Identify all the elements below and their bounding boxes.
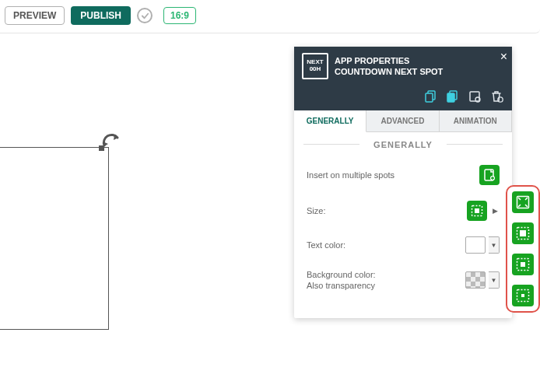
selected-region[interactable]: [0, 147, 109, 330]
paste-icon[interactable]: [445, 89, 461, 104]
settings-rows: Insert on multiple spots Size: ▶ Text co…: [294, 156, 512, 318]
svg-rect-4: [470, 92, 479, 101]
label-bg-line2: Also transparency: [307, 281, 375, 290]
canvas-area: [0, 39, 288, 381]
top-toolbar: PREVIEW PUBLISH 16:9: [0, 0, 540, 33]
panel-title-1: APP PROPERTIES: [335, 55, 443, 66]
row-size: Size: ▶: [307, 193, 500, 229]
label-size: Size:: [307, 205, 325, 216]
row-text-color: Text color: ▼: [307, 229, 500, 261]
svg-rect-17: [521, 294, 524, 297]
label-bg-line1: Background color:: [307, 270, 376, 279]
text-color-swatch[interactable]: [465, 236, 486, 254]
background-color-dropdown-icon[interactable]: ▼: [489, 271, 500, 289]
logo-text-bottom: 00H: [310, 66, 321, 73]
tab-generally[interactable]: GENERALLY: [294, 110, 366, 132]
tab-animation[interactable]: ANIMATION: [440, 110, 512, 132]
label-text-color: Text color:: [307, 240, 345, 250]
rotate-handle-icon[interactable]: [99, 131, 124, 156]
svg-rect-15: [521, 262, 525, 267]
label-insert-multiple: Insert on multiple spots: [307, 170, 394, 180]
aspect-ratio-badge[interactable]: 16:9: [163, 7, 196, 24]
preview-button[interactable]: PREVIEW: [5, 6, 65, 25]
size-options-strip: [506, 185, 540, 313]
panel-toolbar: [294, 86, 512, 110]
panel-title-block: APP PROPERTIES COUNTDOWN NEXT SPOT: [335, 55, 443, 78]
insert-multiple-button[interactable]: [479, 165, 500, 185]
tab-advanced[interactable]: ADVANCED: [366, 110, 439, 132]
size-option-3[interactable]: [512, 254, 534, 275]
size-current-button[interactable]: [467, 201, 487, 221]
copy-icon[interactable]: [423, 89, 439, 104]
size-expand-icon[interactable]: ▶: [490, 201, 500, 221]
text-color-dropdown-icon[interactable]: ▼: [489, 236, 500, 254]
close-icon[interactable]: ×: [500, 50, 507, 64]
svg-rect-13: [520, 230, 526, 236]
svg-rect-10: [475, 208, 479, 213]
properties-panel: NEXT 00H APP PROPERTIES COUNTDOWN NEXT S…: [294, 47, 512, 318]
size-option-2[interactable]: [512, 222, 534, 244]
publish-button[interactable]: PUBLISH: [71, 6, 131, 25]
row-insert-multiple: Insert on multiple spots: [307, 157, 500, 193]
panel-tabs: GENERALLY ADVANCED ANIMATION: [294, 110, 512, 132]
duplicate-icon[interactable]: [467, 89, 482, 104]
panel-title-2: COUNTDOWN NEXT SPOT: [335, 66, 443, 77]
app-logo-icon: NEXT 00H: [302, 53, 328, 79]
size-option-4[interactable]: [512, 285, 534, 306]
label-background-color: Background color: Also transparency: [307, 269, 376, 292]
panel-header: NEXT 00H APP PROPERTIES COUNTDOWN NEXT S…: [294, 47, 512, 86]
status-check-icon: [137, 8, 153, 23]
svg-rect-1: [426, 93, 433, 102]
section-title: GENERALLY: [294, 132, 512, 156]
delete-icon[interactable]: [489, 89, 504, 104]
svg-rect-3: [447, 93, 454, 102]
row-background-color: Background color: Also transparency ▼: [307, 261, 500, 299]
size-option-1[interactable]: [512, 191, 534, 213]
background-color-swatch[interactable]: [465, 271, 486, 289]
